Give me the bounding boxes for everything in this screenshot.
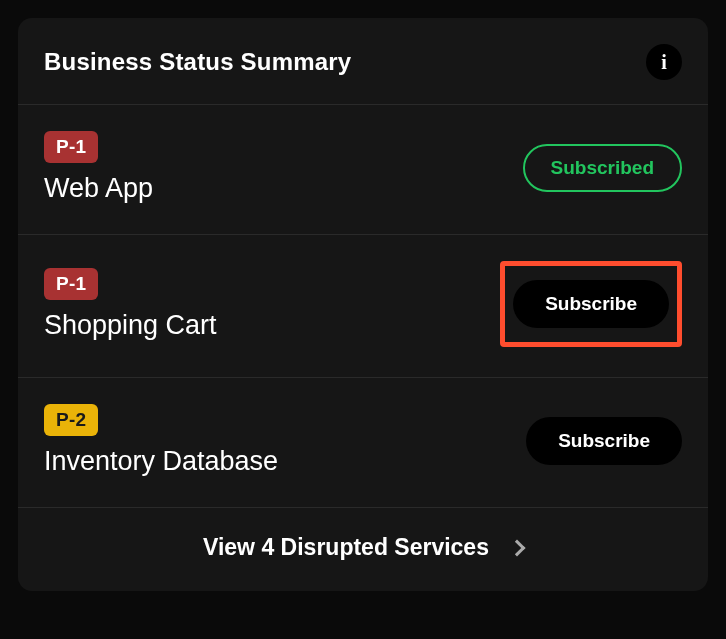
subscribe-button[interactable]: Subscribe: [513, 280, 669, 328]
view-disrupted-link[interactable]: View 4 Disrupted Services: [18, 508, 708, 591]
service-row: P-2 Inventory Database Subscribe: [18, 378, 708, 508]
service-row: P-1 Web App Subscribed: [18, 105, 708, 235]
panel-title: Business Status Summary: [44, 48, 351, 76]
subscribed-button[interactable]: Subscribed: [523, 144, 682, 192]
footer-label: View 4 Disrupted Services: [203, 534, 489, 561]
info-icon[interactable]: i: [646, 44, 682, 80]
priority-badge: P-1: [44, 131, 98, 163]
chevron-right-icon: [508, 539, 525, 556]
service-info: P-1 Web App: [44, 131, 153, 204]
service-row: P-1 Shopping Cart Subscribe: [18, 235, 708, 378]
highlight-annotation: Subscribe: [500, 261, 682, 347]
service-name: Web App: [44, 173, 153, 204]
panel-header: Business Status Summary i: [18, 18, 708, 105]
status-summary-panel: Business Status Summary i P-1 Web App Su…: [18, 18, 708, 591]
priority-badge: P-2: [44, 404, 98, 436]
subscribe-button[interactable]: Subscribe: [526, 417, 682, 465]
service-name: Shopping Cart: [44, 310, 217, 341]
service-name: Inventory Database: [44, 446, 278, 477]
service-info: P-2 Inventory Database: [44, 404, 278, 477]
service-info: P-1 Shopping Cart: [44, 268, 217, 341]
priority-badge: P-1: [44, 268, 98, 300]
